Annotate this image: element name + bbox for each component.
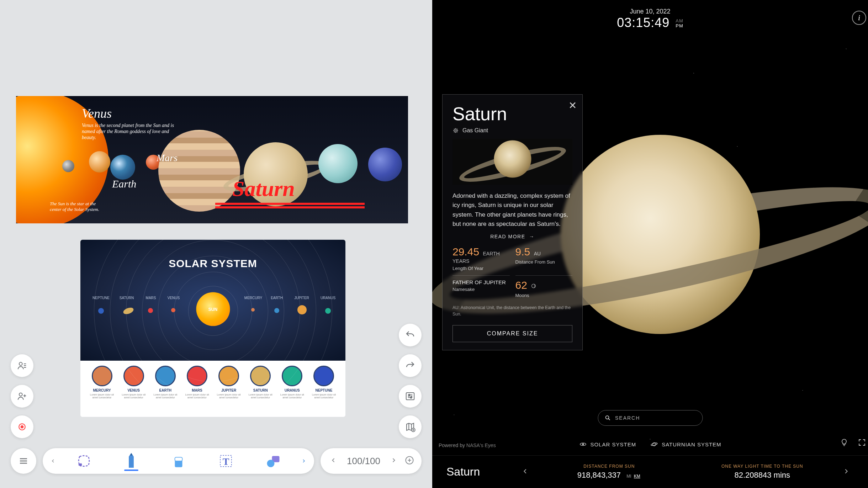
saturn-label-annotation: Saturn: [232, 176, 295, 201]
svg-point-24: [454, 132, 455, 132]
distance-value: 9.5: [515, 246, 530, 258]
svg-point-1: [19, 393, 22, 396]
page-navigator: 100/100: [321, 448, 422, 474]
uranus-graphic: [318, 144, 358, 183]
earth-graphic: [110, 155, 135, 180]
record-button[interactable]: [11, 415, 33, 438]
shapes-tool[interactable]: [250, 448, 296, 474]
powered-by-text: Powered by NASA's Eyes: [439, 442, 496, 448]
svg-point-21: [454, 129, 455, 130]
add-page-map-button[interactable]: [399, 415, 422, 438]
page-indicator: 100/100: [344, 456, 383, 467]
tool-palette: T: [43, 448, 314, 474]
svg-point-27: [582, 444, 584, 445]
saturn-3d-view[interactable]: [561, 135, 760, 334]
solar-system-infographic[interactable]: SOLAR SYSTEM SUN NEPTUNE SATURN MARS VEN…: [80, 240, 345, 417]
svg-rect-4: [406, 393, 414, 400]
venus-graphic: [89, 151, 110, 173]
close-icon[interactable]: ✕: [568, 100, 577, 111]
planet-info-panel: ✕ Saturn Gas Giant Adorned with a dazzli…: [442, 94, 583, 350]
svg-text:T: T: [222, 456, 229, 467]
au-footnote: AU: Astronomical Unit, the distance betw…: [452, 304, 572, 317]
saturnian-system-icon: [650, 440, 658, 448]
planets-annotation-image[interactable]: Venus Venus is the second planet from th…: [16, 96, 408, 223]
svg-rect-10: [175, 457, 182, 461]
infographic-sun: SUN: [196, 292, 230, 326]
distance-from-sun-value: 918,843,337: [577, 471, 621, 479]
planet-type: Gas Giant: [452, 127, 572, 134]
light-time-label: ONE WAY LIGHT TIME TO THE SUN: [686, 464, 839, 469]
svg-point-0: [19, 362, 22, 366]
svg-point-23: [457, 129, 457, 130]
ampm-toggle[interactable]: AM PM: [676, 18, 683, 29]
svg-point-8: [79, 463, 81, 466]
planet-description: Adorned with a dazzling, complex system …: [452, 191, 572, 229]
pen-tool[interactable]: [108, 448, 154, 474]
lightbulb-icon[interactable]: [840, 438, 848, 448]
page-add-button[interactable]: [404, 455, 414, 467]
distance-unit-toggle[interactable]: MI KM: [626, 474, 641, 479]
svg-point-19: [454, 130, 454, 131]
saturnian-system-tab[interactable]: SATURNIAN SYSTEM: [650, 440, 721, 448]
search-input[interactable]: [615, 415, 696, 421]
svg-point-5: [409, 394, 410, 396]
solar-system-icon: [579, 440, 587, 448]
participants-button[interactable]: [11, 354, 33, 377]
venus-title-annotation: Venus: [82, 106, 112, 121]
menu-button[interactable]: [11, 448, 36, 474]
nasa-eyes-app: June 10, 2022 03:15:49 AM PM i ✕ Saturn …: [432, 0, 868, 488]
venus-desc-annotation: Venus is the second planet from the Sun …: [82, 123, 174, 140]
svg-point-3: [21, 425, 24, 429]
sun-desc-annotation: The Sun is the star at the center of the…: [50, 201, 103, 212]
page-prev-button[interactable]: [328, 455, 339, 467]
svg-point-26: [605, 416, 609, 419]
moon-icon: [531, 284, 536, 290]
bottom-info-bar: Saturn DISTANCE FROM SUN 918,843,337 MI …: [432, 455, 868, 488]
read-more-button[interactable]: READ MORE →: [452, 234, 572, 239]
add-participant-button[interactable]: [11, 385, 33, 408]
earth-label-annotation: Earth: [112, 178, 136, 190]
canvas-area[interactable]: Venus Venus is the second planet from th…: [0, 0, 432, 445]
redo-button[interactable]: [399, 354, 422, 377]
date-text: June 10, 2022: [617, 8, 683, 15]
svg-point-16: [455, 130, 457, 132]
search-bar[interactable]: [598, 410, 703, 426]
mercury-graphic: [62, 160, 74, 172]
svg-point-6: [411, 397, 412, 398]
lasso-tool[interactable]: [61, 448, 106, 474]
fullscreen-icon[interactable]: [858, 438, 866, 448]
settings-panel-button[interactable]: [399, 385, 422, 408]
infographic-top: SOLAR SYSTEM SUN NEPTUNE SATURN MARS VEN…: [80, 240, 345, 361]
svg-point-18: [455, 132, 456, 133]
solar-system-tab[interactable]: SOLAR SYSTEM: [579, 440, 636, 448]
planet-title: Saturn: [452, 103, 572, 124]
footer-planet-name: Saturn: [446, 465, 518, 478]
tool-prev-button[interactable]: [47, 448, 59, 474]
mars-label-annotation: Mars: [157, 152, 178, 164]
gas-giant-icon: [452, 127, 459, 134]
compare-size-button[interactable]: COMPARE SIZE: [452, 325, 572, 342]
light-time-value: 82.208843 mins: [686, 471, 839, 480]
time-text: 03:15:49: [617, 15, 669, 30]
footer-prev-button[interactable]: [518, 464, 533, 480]
jupiter-graphic: [158, 130, 240, 212]
datetime-display[interactable]: June 10, 2022 03:15:49 AM PM: [617, 8, 683, 30]
svg-point-22: [457, 132, 457, 132]
distance-from-sun-label: DISTANCE FROM SUN: [533, 464, 686, 469]
info-icon[interactable]: i: [852, 11, 866, 25]
search-icon: [604, 415, 611, 421]
page-next-button[interactable]: [388, 455, 399, 467]
svg-point-14: [267, 460, 274, 467]
footer-next-button[interactable]: [839, 464, 854, 480]
undo-button[interactable]: [399, 324, 422, 346]
tool-next-button[interactable]: [298, 448, 310, 474]
neptune-graphic: [368, 148, 402, 181]
year-length-value: 29.45: [452, 246, 479, 258]
moons-value: 62: [515, 279, 527, 291]
namesake-value: FATHER OF JUPITER: [452, 279, 510, 285]
text-tool[interactable]: T: [203, 448, 248, 474]
svg-point-20: [457, 130, 458, 131]
whiteboard-app: Venus Venus is the second planet from th…: [0, 0, 432, 488]
eraser-tool[interactable]: [156, 448, 201, 474]
planet-thumbnail: [452, 139, 572, 185]
